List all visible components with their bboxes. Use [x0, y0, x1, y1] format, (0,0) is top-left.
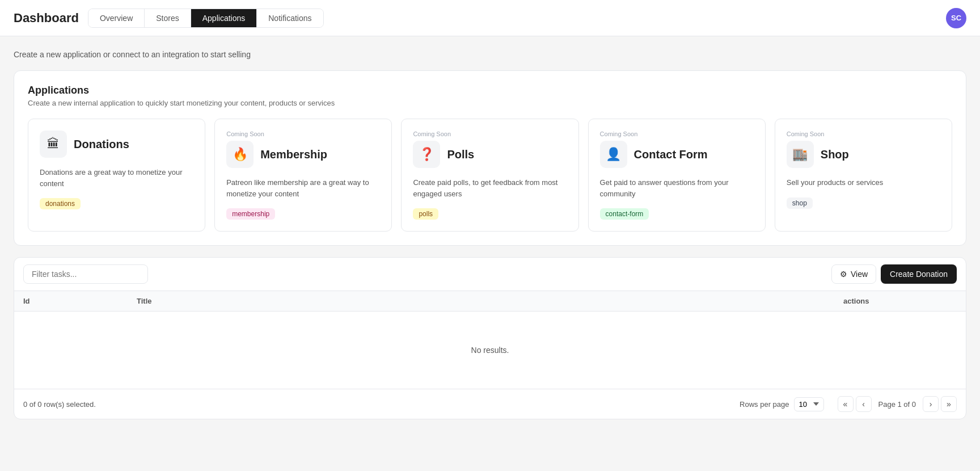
bottom-section: ⚙ View Create Donation IdTitleactions No…: [14, 257, 966, 419]
card-tag-polls: polls: [413, 208, 438, 220]
view-button[interactable]: ⚙ View: [831, 264, 876, 284]
card-icon-contact-form: 👤: [600, 141, 627, 168]
create-donation-button[interactable]: Create Donation: [881, 264, 957, 284]
page-info: Page 1 of 0: [878, 400, 916, 409]
card-description-contact-form: Get paid to answer questions from your c…: [600, 177, 754, 199]
table-header: IdTitleactions: [14, 291, 966, 312]
top-bar: Dashboard OverviewStoresApplicationsNoti…: [0, 0, 980, 36]
filter-icon: ⚙: [840, 270, 847, 279]
table-body: No results.: [14, 312, 966, 389]
card-description-membership: Patreon like membership are a great way …: [226, 177, 380, 199]
coming-soon-label: Coming Soon: [226, 131, 380, 137]
rows-per-page-label: Rows per page: [740, 400, 789, 409]
panel-subtitle: Create a new internal application to qui…: [28, 99, 952, 107]
view-button-label: View: [851, 270, 868, 279]
card-tag-contact-form: contact-form: [600, 208, 649, 220]
card-tag-shop: shop: [787, 197, 813, 209]
card-title-polls: Polls: [447, 148, 474, 161]
card-icon-polls: ❓: [413, 141, 440, 168]
last-page-button[interactable]: »: [941, 396, 957, 412]
card-header: 🏛 Donations: [40, 131, 193, 158]
page-title: Dashboard: [14, 11, 79, 26]
app-card-membership: Coming Soon 🔥 Membership Patreon like me…: [214, 119, 392, 232]
first-page-button[interactable]: «: [838, 396, 854, 412]
coming-soon-label: Coming Soon: [600, 131, 754, 137]
prev-page-button[interactable]: ‹: [856, 396, 872, 412]
app-card-shop: Coming Soon 🏬 Shop Sell your products or…: [775, 119, 952, 232]
table-col-id: Id: [23, 297, 137, 305]
card-title-membership: Membership: [260, 148, 327, 161]
avatar: SC: [946, 8, 966, 28]
app-card-polls: Coming Soon ❓ Polls Create paid polls, t…: [401, 119, 578, 232]
card-icon-membership: 🔥: [226, 141, 254, 168]
applications-panel: Applications Create a new internal appli…: [14, 70, 966, 246]
card-header: 🏬 Shop: [787, 141, 940, 168]
card-header: ❓ Polls: [413, 141, 567, 168]
rows-per-page: Rows per page 102050: [740, 397, 823, 411]
card-header: 🔥 Membership: [226, 141, 380, 168]
panel-title: Applications: [28, 85, 952, 96]
table-toolbar: ⚙ View Create Donation: [14, 258, 966, 291]
nav-tab-notifications[interactable]: Notifications: [257, 9, 323, 27]
card-tag-donations: donations: [40, 198, 81, 209]
page-subtitle: Create a new application or connect to a…: [14, 50, 966, 59]
card-icon-shop: 🏬: [787, 141, 814, 168]
card-title-shop: Shop: [821, 148, 849, 161]
card-title-donations: Donations: [74, 138, 129, 151]
rows-per-page-select[interactable]: 102050: [794, 397, 824, 411]
table-col-actions: actions: [843, 297, 957, 305]
card-header: 👤 Contact Form: [600, 141, 754, 168]
app-cards-container: 🏛 Donations Donations are a great way to…: [28, 119, 952, 232]
top-bar-left: Dashboard OverviewStoresApplicationsNoti…: [14, 9, 324, 28]
coming-soon-label: Coming Soon: [413, 131, 567, 137]
next-page-button[interactable]: ›: [923, 396, 939, 412]
nav-tabs: OverviewStoresApplicationsNotifications: [88, 9, 324, 28]
no-results: No results.: [14, 312, 966, 389]
card-description-donations: Donations are a great way to monetize yo…: [40, 167, 193, 189]
table-col-title: Title: [137, 297, 843, 305]
selected-rows-text: 0 of 0 row(s) selected.: [23, 400, 96, 409]
table-footer: 0 of 0 row(s) selected. Rows per page 10…: [14, 389, 966, 419]
nav-tab-applications[interactable]: Applications: [191, 9, 257, 27]
filter-input[interactable]: [23, 264, 148, 284]
nav-tab-overview[interactable]: Overview: [88, 9, 145, 27]
card-tag-membership: membership: [226, 208, 275, 220]
card-description-polls: Create paid polls, to get feedback from …: [413, 177, 567, 199]
coming-soon-label: Coming Soon: [787, 131, 940, 137]
card-description-shop: Sell your products or services: [787, 177, 940, 188]
nav-tab-stores[interactable]: Stores: [145, 9, 191, 27]
app-card-contact-form: Coming Soon 👤 Contact Form Get paid to a…: [588, 119, 766, 232]
app-card-donations[interactable]: 🏛 Donations Donations are a great way to…: [28, 119, 205, 232]
card-title-contact-form: Contact Form: [634, 148, 708, 161]
toolbar-right: ⚙ View Create Donation: [831, 264, 957, 284]
pagination: « ‹ Page 1 of 0 › »: [838, 396, 957, 412]
card-icon-donations: 🏛: [40, 131, 67, 158]
